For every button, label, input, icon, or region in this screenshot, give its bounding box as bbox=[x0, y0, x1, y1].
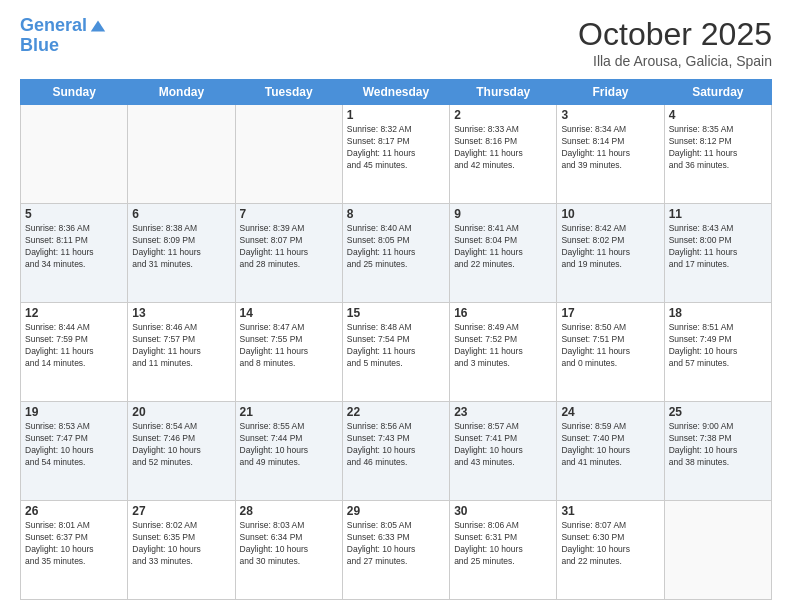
day-number: 19 bbox=[25, 405, 123, 419]
day-number: 23 bbox=[454, 405, 552, 419]
day-info: Sunrise: 8:48 AM Sunset: 7:54 PM Dayligh… bbox=[347, 322, 445, 370]
calendar-week-row: 5Sunrise: 8:36 AM Sunset: 8:11 PM Daylig… bbox=[21, 204, 772, 303]
day-number: 7 bbox=[240, 207, 338, 221]
day-number: 27 bbox=[132, 504, 230, 518]
logo-blue: Blue bbox=[20, 36, 107, 56]
day-number: 16 bbox=[454, 306, 552, 320]
day-number: 12 bbox=[25, 306, 123, 320]
logo-icon bbox=[89, 17, 107, 35]
calendar-cell: 5Sunrise: 8:36 AM Sunset: 8:11 PM Daylig… bbox=[21, 204, 128, 303]
day-number: 29 bbox=[347, 504, 445, 518]
day-number: 26 bbox=[25, 504, 123, 518]
col-tuesday: Tuesday bbox=[235, 80, 342, 105]
day-info: Sunrise: 8:51 AM Sunset: 7:49 PM Dayligh… bbox=[669, 322, 767, 370]
day-number: 3 bbox=[561, 108, 659, 122]
day-info: Sunrise: 8:05 AM Sunset: 6:33 PM Dayligh… bbox=[347, 520, 445, 568]
day-info: Sunrise: 8:50 AM Sunset: 7:51 PM Dayligh… bbox=[561, 322, 659, 370]
col-monday: Monday bbox=[128, 80, 235, 105]
calendar-cell: 16Sunrise: 8:49 AM Sunset: 7:52 PM Dayli… bbox=[450, 303, 557, 402]
day-info: Sunrise: 8:38 AM Sunset: 8:09 PM Dayligh… bbox=[132, 223, 230, 271]
day-number: 8 bbox=[347, 207, 445, 221]
calendar-cell: 2Sunrise: 8:33 AM Sunset: 8:16 PM Daylig… bbox=[450, 105, 557, 204]
calendar-cell: 10Sunrise: 8:42 AM Sunset: 8:02 PM Dayli… bbox=[557, 204, 664, 303]
day-info: Sunrise: 8:55 AM Sunset: 7:44 PM Dayligh… bbox=[240, 421, 338, 469]
day-number: 9 bbox=[454, 207, 552, 221]
calendar-table: Sunday Monday Tuesday Wednesday Thursday… bbox=[20, 79, 772, 600]
day-number: 28 bbox=[240, 504, 338, 518]
month-title: October 2025 bbox=[578, 16, 772, 53]
day-number: 30 bbox=[454, 504, 552, 518]
day-info: Sunrise: 8:36 AM Sunset: 8:11 PM Dayligh… bbox=[25, 223, 123, 271]
day-number: 24 bbox=[561, 405, 659, 419]
day-info: Sunrise: 8:07 AM Sunset: 6:30 PM Dayligh… bbox=[561, 520, 659, 568]
header: General Blue October 2025 Illa de Arousa… bbox=[20, 16, 772, 69]
col-sunday: Sunday bbox=[21, 80, 128, 105]
day-info: Sunrise: 8:43 AM Sunset: 8:00 PM Dayligh… bbox=[669, 223, 767, 271]
calendar-cell: 17Sunrise: 8:50 AM Sunset: 7:51 PM Dayli… bbox=[557, 303, 664, 402]
svg-marker-0 bbox=[91, 20, 105, 31]
day-number: 4 bbox=[669, 108, 767, 122]
day-info: Sunrise: 8:06 AM Sunset: 6:31 PM Dayligh… bbox=[454, 520, 552, 568]
day-number: 25 bbox=[669, 405, 767, 419]
calendar-cell: 4Sunrise: 8:35 AM Sunset: 8:12 PM Daylig… bbox=[664, 105, 771, 204]
day-number: 10 bbox=[561, 207, 659, 221]
calendar-cell: 20Sunrise: 8:54 AM Sunset: 7:46 PM Dayli… bbox=[128, 402, 235, 501]
day-info: Sunrise: 8:41 AM Sunset: 8:04 PM Dayligh… bbox=[454, 223, 552, 271]
day-info: Sunrise: 9:00 AM Sunset: 7:38 PM Dayligh… bbox=[669, 421, 767, 469]
day-info: Sunrise: 8:32 AM Sunset: 8:17 PM Dayligh… bbox=[347, 124, 445, 172]
day-number: 5 bbox=[25, 207, 123, 221]
col-friday: Friday bbox=[557, 80, 664, 105]
calendar-week-row: 12Sunrise: 8:44 AM Sunset: 7:59 PM Dayli… bbox=[21, 303, 772, 402]
day-number: 6 bbox=[132, 207, 230, 221]
calendar-week-row: 26Sunrise: 8:01 AM Sunset: 6:37 PM Dayli… bbox=[21, 501, 772, 600]
calendar-cell: 22Sunrise: 8:56 AM Sunset: 7:43 PM Dayli… bbox=[342, 402, 449, 501]
day-info: Sunrise: 8:34 AM Sunset: 8:14 PM Dayligh… bbox=[561, 124, 659, 172]
day-info: Sunrise: 8:54 AM Sunset: 7:46 PM Dayligh… bbox=[132, 421, 230, 469]
day-info: Sunrise: 8:02 AM Sunset: 6:35 PM Dayligh… bbox=[132, 520, 230, 568]
day-info: Sunrise: 8:44 AM Sunset: 7:59 PM Dayligh… bbox=[25, 322, 123, 370]
calendar-cell bbox=[128, 105, 235, 204]
day-number: 31 bbox=[561, 504, 659, 518]
logo-text: General bbox=[20, 16, 87, 36]
calendar-cell: 12Sunrise: 8:44 AM Sunset: 7:59 PM Dayli… bbox=[21, 303, 128, 402]
calendar-cell: 23Sunrise: 8:57 AM Sunset: 7:41 PM Dayli… bbox=[450, 402, 557, 501]
calendar-cell: 25Sunrise: 9:00 AM Sunset: 7:38 PM Dayli… bbox=[664, 402, 771, 501]
title-block: October 2025 Illa de Arousa, Galicia, Sp… bbox=[578, 16, 772, 69]
day-info: Sunrise: 8:03 AM Sunset: 6:34 PM Dayligh… bbox=[240, 520, 338, 568]
calendar-cell: 13Sunrise: 8:46 AM Sunset: 7:57 PM Dayli… bbox=[128, 303, 235, 402]
calendar-header-row: Sunday Monday Tuesday Wednesday Thursday… bbox=[21, 80, 772, 105]
day-number: 11 bbox=[669, 207, 767, 221]
calendar-cell: 6Sunrise: 8:38 AM Sunset: 8:09 PM Daylig… bbox=[128, 204, 235, 303]
day-number: 2 bbox=[454, 108, 552, 122]
day-number: 22 bbox=[347, 405, 445, 419]
calendar-cell: 30Sunrise: 8:06 AM Sunset: 6:31 PM Dayli… bbox=[450, 501, 557, 600]
day-info: Sunrise: 8:35 AM Sunset: 8:12 PM Dayligh… bbox=[669, 124, 767, 172]
calendar-cell: 19Sunrise: 8:53 AM Sunset: 7:47 PM Dayli… bbox=[21, 402, 128, 501]
calendar-cell: 3Sunrise: 8:34 AM Sunset: 8:14 PM Daylig… bbox=[557, 105, 664, 204]
day-info: Sunrise: 8:59 AM Sunset: 7:40 PM Dayligh… bbox=[561, 421, 659, 469]
calendar-cell: 18Sunrise: 8:51 AM Sunset: 7:49 PM Dayli… bbox=[664, 303, 771, 402]
day-number: 21 bbox=[240, 405, 338, 419]
col-thursday: Thursday bbox=[450, 80, 557, 105]
calendar-cell: 28Sunrise: 8:03 AM Sunset: 6:34 PM Dayli… bbox=[235, 501, 342, 600]
day-number: 20 bbox=[132, 405, 230, 419]
calendar-cell: 26Sunrise: 8:01 AM Sunset: 6:37 PM Dayli… bbox=[21, 501, 128, 600]
calendar-cell: 8Sunrise: 8:40 AM Sunset: 8:05 PM Daylig… bbox=[342, 204, 449, 303]
day-info: Sunrise: 8:33 AM Sunset: 8:16 PM Dayligh… bbox=[454, 124, 552, 172]
day-number: 17 bbox=[561, 306, 659, 320]
calendar-week-row: 19Sunrise: 8:53 AM Sunset: 7:47 PM Dayli… bbox=[21, 402, 772, 501]
day-info: Sunrise: 8:46 AM Sunset: 7:57 PM Dayligh… bbox=[132, 322, 230, 370]
calendar-cell: 24Sunrise: 8:59 AM Sunset: 7:40 PM Dayli… bbox=[557, 402, 664, 501]
day-number: 15 bbox=[347, 306, 445, 320]
logo: General Blue bbox=[20, 16, 107, 56]
calendar-cell: 21Sunrise: 8:55 AM Sunset: 7:44 PM Dayli… bbox=[235, 402, 342, 501]
calendar-week-row: 1Sunrise: 8:32 AM Sunset: 8:17 PM Daylig… bbox=[21, 105, 772, 204]
day-number: 14 bbox=[240, 306, 338, 320]
day-info: Sunrise: 8:01 AM Sunset: 6:37 PM Dayligh… bbox=[25, 520, 123, 568]
calendar-cell bbox=[235, 105, 342, 204]
calendar-cell: 9Sunrise: 8:41 AM Sunset: 8:04 PM Daylig… bbox=[450, 204, 557, 303]
logo-general: General bbox=[20, 15, 87, 35]
day-info: Sunrise: 8:40 AM Sunset: 8:05 PM Dayligh… bbox=[347, 223, 445, 271]
calendar-cell: 1Sunrise: 8:32 AM Sunset: 8:17 PM Daylig… bbox=[342, 105, 449, 204]
page: General Blue October 2025 Illa de Arousa… bbox=[0, 0, 792, 612]
